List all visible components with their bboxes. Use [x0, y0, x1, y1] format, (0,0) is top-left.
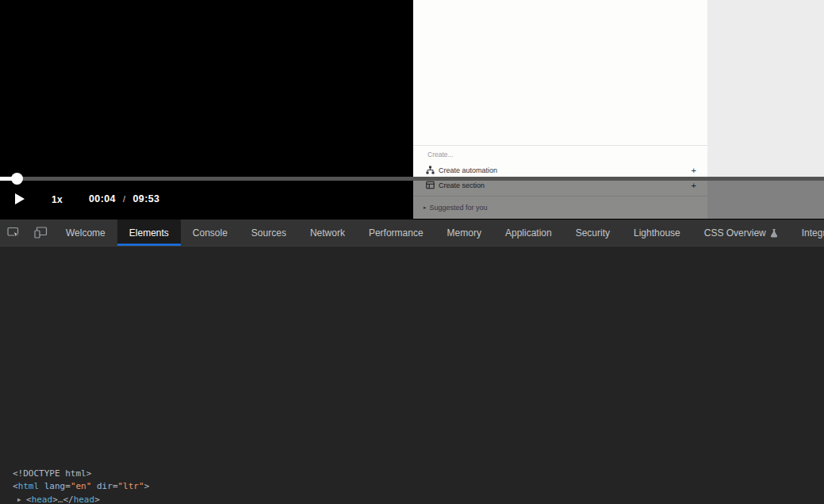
playback-speed-button[interactable]: 1x	[52, 194, 63, 205]
tab-label: Console	[193, 227, 228, 239]
player-controls: 1x 00:04/09:53	[0, 190, 824, 217]
dom-tree-line[interactable]: ▶<head>…</head>	[0, 494, 824, 504]
tab-memory[interactable]: Memory	[435, 220, 493, 246]
play-icon[interactable]	[15, 193, 25, 204]
devtools-panel: WelcomeElementsConsoleSourcesNetworkPerf…	[0, 219, 824, 504]
inspect-button[interactable]	[0, 220, 27, 246]
devtools-tabbar: WelcomeElementsConsoleSourcesNetworkPerf…	[0, 220, 824, 246]
tab-label: Network	[310, 227, 345, 239]
tab-lighthouse[interactable]: Lighthouse	[622, 220, 692, 246]
duration: 09:53	[132, 193, 159, 204]
tab-css-overview[interactable]: CSS Overview	[692, 220, 790, 246]
time-separator: /	[116, 194, 132, 204]
plus-icon[interactable]: +	[692, 166, 696, 175]
tab-label: CSS Overview	[704, 227, 766, 239]
dom-tree: <!DOCTYPE html><html lang="en" dir="ltr"…	[0, 466, 824, 504]
progress-bar[interactable]	[0, 177, 824, 181]
tab-sources[interactable]: Sources	[240, 220, 298, 246]
tab-label: Sources	[251, 227, 286, 239]
create-menu-header: Create...	[427, 151, 454, 158]
automation-icon	[426, 166, 435, 174]
current-time: 00:04	[89, 193, 116, 204]
divider	[413, 145, 707, 146]
tab-elements[interactable]: Elements	[117, 220, 181, 246]
tab-label: Security	[576, 227, 610, 239]
progress-handle[interactable]	[11, 173, 23, 185]
tab-label: Lighthouse	[634, 227, 680, 239]
tab-label: Application	[505, 227, 552, 239]
tab-network[interactable]: Network	[298, 220, 357, 246]
expand-arrow-icon[interactable]: ▶	[17, 494, 26, 504]
inspect-icon	[7, 227, 20, 239]
tab-label: Integromat	[802, 227, 824, 239]
time-display: 00:04/09:53	[89, 193, 159, 204]
dom-tree-line[interactable]: <!DOCTYPE html>	[0, 468, 824, 480]
tab-application[interactable]: Application	[493, 220, 564, 246]
tab-integromat[interactable]: Integromat	[790, 220, 824, 246]
video-player: Create... Create automation+Create secti…	[0, 0, 824, 219]
menu-item-label: Create automation	[439, 166, 497, 174]
tab-label: Performance	[369, 227, 423, 239]
dom-tree-line[interactable]: <html lang="en" dir="ltr">	[0, 480, 824, 493]
menu-item-create-automation[interactable]: Create automation+	[413, 162, 707, 178]
tab-label: Elements	[129, 227, 169, 239]
tab-security[interactable]: Security	[564, 220, 622, 246]
tab-performance[interactable]: Performance	[357, 220, 435, 246]
tab-label: Memory	[447, 227, 481, 239]
beaker-icon	[770, 228, 778, 238]
tab-console[interactable]: Console	[181, 220, 240, 246]
device-toolbar-button[interactable]	[27, 220, 54, 246]
device-toolbar-icon	[34, 227, 48, 239]
tab-welcome[interactable]: Welcome	[54, 220, 117, 246]
tab-label: Welcome	[66, 227, 105, 239]
